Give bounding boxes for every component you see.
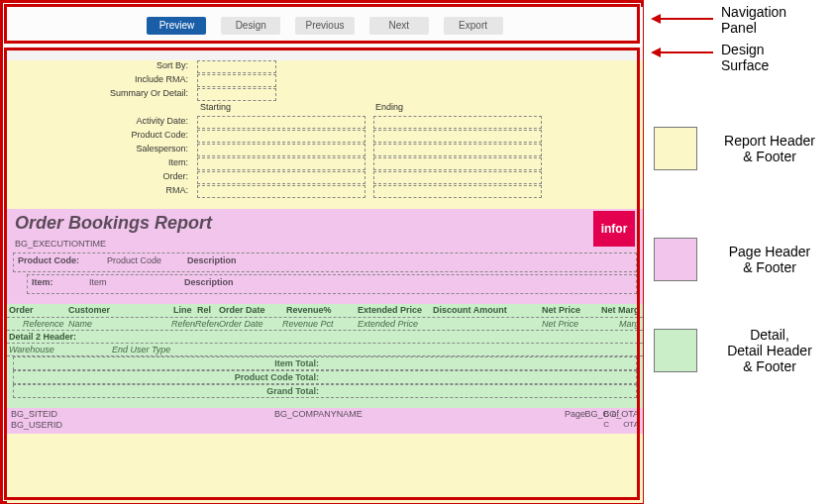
param-summary-detail-field[interactable] <box>197 88 276 101</box>
param-activity-date-label: Activity Date: <box>14 116 192 126</box>
fld-reference: Reference <box>23 319 64 329</box>
col-net-margin: Net Marg <box>601 305 640 315</box>
preview-button[interactable]: Preview <box>147 17 206 35</box>
col-rel: Rel <box>197 305 211 315</box>
screenshot-outer-frame: Preview Design Previous Next Export Sort… <box>0 0 644 504</box>
report-title: Order Bookings Report <box>15 213 212 233</box>
param-include-rma-label: Include RMA: <box>14 74 192 84</box>
page-header-region: Order Bookings Report infor BG_EXECUTION… <box>7 209 643 304</box>
param-activity-date-end[interactable] <box>373 116 542 129</box>
execution-time-field: BG_EXECUTIONTIME <box>7 237 643 251</box>
page-footer-region: BG_SITEID BG_USERID BG_COMPANYNAME Page … <box>7 408 643 434</box>
bg-companyname: BG_COMPANYNAME <box>274 409 363 419</box>
col-ext-price: Extended Price <box>358 305 422 315</box>
pc-total-label: Product Code Total: <box>235 372 319 382</box>
infor-logo: infor <box>593 211 635 247</box>
param-rma-label: RMA: <box>14 185 192 195</box>
legend-detail: Detail,Detail Header& Footer <box>711 327 828 374</box>
fld-order-date: Order Date <box>219 319 263 329</box>
starting-column-label: Starting <box>200 102 231 112</box>
pc-label: Product Code: <box>18 255 79 265</box>
param-salesperson-label: Salesperson: <box>14 144 192 153</box>
bg-ota: BG_OTA <box>603 409 639 419</box>
param-product-code-end[interactable] <box>373 130 542 143</box>
pc-value-field: Product Code <box>107 255 161 265</box>
arrow-icon <box>654 51 713 53</box>
col-customer: Customer <box>68 305 110 315</box>
param-summary-detail-label: Summary Or Detail: <box>14 88 192 98</box>
detail-region: Order Customer Line Rel Order Date Reven… <box>7 304 643 408</box>
toolbar-spacer <box>7 47 643 60</box>
report-header-region: Sort By: Include RMA: Summary Or Detail:… <box>7 60 643 209</box>
fld-revenue: Revenue Pct <box>282 319 334 329</box>
detail2-header-row: Detail 2 Header: <box>7 331 643 344</box>
fld-marg: Marg <box>619 319 640 329</box>
param-order-start[interactable] <box>197 171 365 184</box>
item-total-row[interactable]: Item Total: <box>13 356 637 370</box>
col-order-date: Order Date <box>219 305 265 315</box>
next-button[interactable]: Next <box>369 17 429 35</box>
col-net-price: Net Price <box>542 305 580 315</box>
ending-column-label: Ending <box>375 102 403 112</box>
navigation-panel: Preview Design Previous Next Export <box>7 7 643 47</box>
swatch-yellow <box>654 127 697 170</box>
param-item-label: Item: <box>14 157 192 167</box>
design-button[interactable]: Design <box>221 17 280 35</box>
fld-name: Name <box>68 319 92 329</box>
fld-warehouse: Warehouse <box>9 345 54 354</box>
col-revenue: Revenue% <box>286 305 332 315</box>
legend-design-surface: DesignSurface <box>721 42 769 73</box>
detail2-data-row[interactable]: Warehouse End User Type <box>7 344 643 356</box>
param-sort-by-field[interactable] <box>197 60 276 73</box>
group-header-item[interactable]: Item: Item Description <box>27 274 637 294</box>
param-item-start[interactable] <box>197 157 365 170</box>
item-label: Item: <box>32 277 53 287</box>
param-order-end[interactable] <box>373 171 542 184</box>
bg-c-trail: C <box>603 420 609 429</box>
swatch-pink <box>654 238 697 281</box>
item-total-label: Item Total: <box>274 358 319 368</box>
design-surface[interactable]: Sort By: Include RMA: Summary Or Detail:… <box>7 60 643 503</box>
item-desc-label: Description <box>184 277 234 287</box>
param-salesperson-end[interactable] <box>373 144 542 156</box>
col-order: Order <box>9 305 34 315</box>
col-discount: Discount Amount <box>433 305 507 315</box>
bg-siteid: BG_SITEID <box>11 409 57 419</box>
group-header-product-code[interactable]: Product Code: Product Code Description <box>13 252 637 272</box>
export-button[interactable]: Export <box>444 17 503 35</box>
bg-ota-trail: OTA <box>623 420 639 429</box>
grand-total-row[interactable]: Grand Total: <box>13 384 637 398</box>
param-sort-by-label: Sort By: <box>14 60 192 70</box>
param-activity-date-start[interactable] <box>197 116 365 129</box>
arrow-icon <box>654 18 713 20</box>
previous-button[interactable]: Previous <box>295 17 355 35</box>
swatch-green <box>654 329 697 372</box>
param-product-code-start[interactable] <box>197 130 365 143</box>
pc-desc-label: Description <box>187 255 237 265</box>
param-rma-end[interactable] <box>373 185 542 198</box>
fld-rel: Refere <box>195 319 219 329</box>
item-value-field: Item <box>89 277 107 287</box>
param-order-label: Order: <box>14 171 192 181</box>
detail-data-row[interactable]: Reference Name Refere Refere Order Date … <box>7 318 643 331</box>
grand-total-label: Grand Total: <box>266 386 319 396</box>
report-footer-region <box>7 434 643 503</box>
legend-nav-panel: NavigationPanel <box>721 4 786 36</box>
detail2-header-label: Detail 2 Header: <box>9 332 76 342</box>
fld-net-price: Net Price <box>542 319 578 329</box>
param-rma-start[interactable] <box>197 185 365 198</box>
fld-ext-price: Extended Price <box>358 319 418 329</box>
fld-line: Refere <box>171 319 195 329</box>
detail-column-headers: Order Customer Line Rel Order Date Reven… <box>7 304 643 318</box>
param-salesperson-start[interactable] <box>197 144 365 156</box>
param-product-code-label: Product Code: <box>14 130 192 140</box>
param-include-rma-field[interactable] <box>197 74 276 87</box>
page-label: Page <box>565 409 585 419</box>
bg-userid: BG_USERID <box>11 420 62 430</box>
legend-report-hf: Report Header& Footer <box>711 133 828 164</box>
col-line: Line <box>173 305 192 315</box>
fld-end-user-type: End User Type <box>112 345 170 354</box>
param-item-end[interactable] <box>373 157 542 170</box>
product-code-total-row[interactable]: Product Code Total: <box>13 370 637 384</box>
legend-page-hf: Page Header& Footer <box>711 244 828 275</box>
